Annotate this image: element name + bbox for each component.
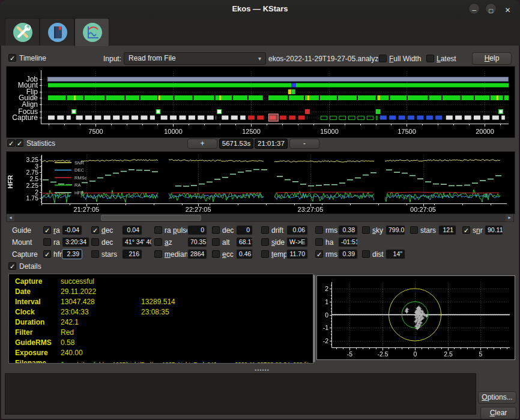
guide-dec-label: dec <box>101 226 113 235</box>
mount-dec-checkbox[interactable] <box>91 238 99 246</box>
zoom-out-button[interactable]: - <box>289 139 319 149</box>
guide-stars-label: stars <box>420 226 436 235</box>
window-title: Ekos — KStars <box>0 4 520 13</box>
timeline-checkbox[interactable]: ✓ <box>8 54 16 62</box>
guide-sky-checkbox[interactable] <box>362 226 370 234</box>
mount-az-checkbox[interactable] <box>154 238 162 246</box>
mount-dec-value: 41° 34' 40" <box>122 237 152 247</box>
detail-value: 13047.428 <box>61 298 95 306</box>
timeline-chart[interactable] <box>7 67 513 136</box>
guide-drift-checkbox[interactable] <box>261 226 269 234</box>
capture-temp-label: temp <box>271 250 288 259</box>
guide-ra-pulse-label: ra pulse <box>165 226 190 235</box>
guide-ra-label: ra <box>53 226 60 235</box>
maximize-icon: ▢ <box>488 8 494 14</box>
capture-dist-value: 14" <box>385 249 405 259</box>
detail-row-clock: Clock23:04:3323:08:35 <box>9 308 313 318</box>
mount-ha-checkbox[interactable] <box>315 238 323 246</box>
guide-drift-label: drift <box>271 226 283 235</box>
guide-rms-value: 0.38 <box>338 225 358 235</box>
capture-stat-row: Capture✓hfr2.39stars216median2864ecc0.46… <box>0 249 520 260</box>
guide-sky-value: 799.01 <box>385 225 405 235</box>
guide-ra-checkbox[interactable]: ✓ <box>43 226 51 234</box>
minimize-button[interactable]: – <box>468 3 480 14</box>
capture-stars-value: 216 <box>122 249 142 259</box>
mount-side-checkbox[interactable] <box>261 238 269 246</box>
capture-details-panel: CapturesuccessfulDate29.11.2022Interval1… <box>8 274 313 364</box>
detail-label: Filename <box>15 359 46 364</box>
capture-temp-checkbox[interactable] <box>261 250 269 258</box>
help-button[interactable]: Help <box>472 52 512 65</box>
capture-hfr-checkbox[interactable]: ✓ <box>43 250 51 258</box>
latest-checkbox[interactable] <box>426 55 434 62</box>
guide-dec-checkbox[interactable] <box>212 226 220 234</box>
scroll-left-icon[interactable]: ◂ <box>7 214 14 221</box>
mount-dec-label: dec <box>101 238 113 247</box>
guide-ra-pulse-value: 0 <box>187 225 207 235</box>
detail-row-guiderms: GuideRMS0.58 <box>9 338 313 349</box>
timeline-label: Timeline <box>19 54 46 62</box>
capture-hfr-label: hfr <box>53 250 62 259</box>
guide-dec-checkbox[interactable]: ✓ <box>91 226 99 234</box>
guide-dec-value: 0 <box>236 225 253 235</box>
titlebar[interactable]: Ekos — KStars – ▢ ✕ <box>0 0 520 18</box>
detail-row-exposure: Exposure240.00 <box>9 349 313 359</box>
capture-median-value: 2864 <box>187 249 207 259</box>
tab-analyze[interactable] <box>74 18 109 46</box>
guide-drift-panel <box>316 275 515 360</box>
splitter-handle[interactable]: •••••• <box>0 366 520 372</box>
clock-display: 21:01:37 <box>255 139 288 149</box>
scroll-right-icon[interactable]: ▸ <box>506 214 513 221</box>
guide-ra-pulse-checkbox[interactable] <box>154 226 162 234</box>
scrollbar-handle[interactable] <box>101 215 201 221</box>
capture-median-label: median <box>165 250 188 259</box>
capture-dist-checkbox[interactable] <box>362 250 370 258</box>
detail-row-filename: Filename/home/pi/mydisk/ngc1267/Light/Re… <box>9 359 313 364</box>
guide-rms-label: rms <box>325 226 337 235</box>
zoom-in-button[interactable]: + <box>187 139 217 149</box>
full-width-checkbox[interactable] <box>379 55 387 62</box>
tab-setup[interactable] <box>5 18 40 46</box>
detail-value-2: 13289.514 <box>141 298 175 306</box>
capture-rms-checkbox[interactable]: ✓ <box>315 250 323 258</box>
detail-label: Filter <box>15 328 32 337</box>
guide-snr-checkbox[interactable]: ✓ <box>462 226 470 234</box>
guide-drift-value: 0.06 <box>286 225 308 235</box>
detail-label: Clock <box>15 308 35 316</box>
stats-chart[interactable] <box>7 152 513 212</box>
tab-scheduler[interactable] <box>40 18 74 46</box>
detail-value: successful <box>61 277 94 286</box>
clear-button[interactable]: Clear <box>480 407 516 419</box>
mount-alt-value: 68.17 <box>236 237 253 247</box>
guide-rms-checkbox[interactable] <box>315 226 323 234</box>
mount-ra-checkbox[interactable] <box>43 238 51 246</box>
wrench-screwdriver-icon <box>12 22 34 43</box>
capture-ecc-checkbox[interactable] <box>212 250 220 258</box>
guide-stars-checkbox[interactable] <box>410 226 418 234</box>
statistics-checkbox-2[interactable]: ✓ <box>16 139 23 147</box>
details-scrollbar[interactable] <box>313 275 315 362</box>
close-button[interactable]: ✕ <box>502 3 513 14</box>
stats-scrollbar[interactable]: ◂ ▸ <box>6 214 514 222</box>
capture-stars-label: stars <box>101 250 117 259</box>
input-combobox[interactable]: Read from File ▾ <box>124 52 266 65</box>
detail-value: 0.58 <box>61 338 74 347</box>
mount-ha-label: ha <box>325 238 333 247</box>
mount-alt-checkbox[interactable] <box>212 238 220 246</box>
options-button[interactable]: Options... <box>478 391 516 404</box>
detail-value: 240.00 <box>61 349 83 357</box>
capture-stars-checkbox[interactable] <box>91 250 99 258</box>
detail-value: 242.1 <box>61 318 79 326</box>
capture-median-checkbox[interactable] <box>154 250 162 258</box>
detail-value: 23:04:33 <box>61 308 89 316</box>
capture-temp-value: 11.70 <box>286 249 308 259</box>
details-checkbox[interactable]: ✓ <box>8 262 16 270</box>
detail-label: Duration <box>15 318 44 326</box>
input-label: Input: <box>84 55 121 63</box>
maximize-button[interactable]: ▢ <box>485 3 497 14</box>
stats-chart-panel <box>6 151 515 214</box>
capture-ecc-label: ecc <box>222 250 234 259</box>
statistics-checkbox-1[interactable]: ✓ <box>7 139 15 147</box>
log-panel <box>5 373 476 415</box>
detail-row-interval: Interval13047.42813289.514 <box>9 298 313 308</box>
